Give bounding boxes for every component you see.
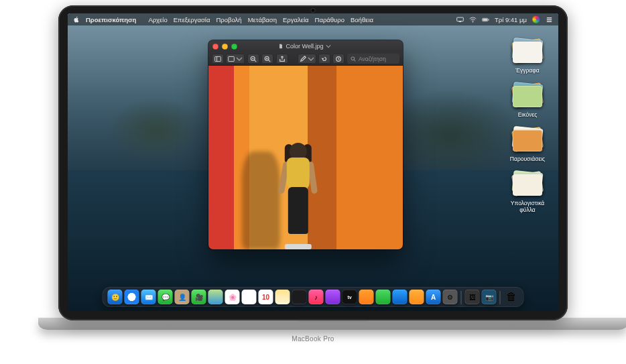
menu-Αρχείο[interactable]: Αρχείο [148, 16, 167, 23]
view-mode-button[interactable] [226, 54, 245, 64]
dock-separator [500, 291, 501, 304]
menu-Εργαλεία[interactable]: Εργαλεία [283, 16, 309, 23]
share-button[interactable] [276, 54, 288, 64]
stack-label: Εικόνες [503, 111, 552, 118]
dock-appstore[interactable]: A [426, 290, 441, 304]
image-content[interactable] [208, 66, 403, 249]
chevron-down-icon [326, 44, 331, 49]
dock-tv[interactable]: tv [342, 290, 357, 304]
dock-podcasts[interactable] [326, 290, 340, 304]
dock-separator [461, 291, 462, 304]
svg-point-10 [351, 57, 355, 60]
dock-facetime[interactable]: 🎥 [192, 290, 206, 304]
menu-bar: Προεπισκόπηση ΑρχείοΕπεξεργασίαΠροβολήΜε… [68, 13, 558, 25]
battery-icon[interactable] [482, 16, 489, 23]
stack-pile-icon [511, 127, 544, 153]
dock-contacts[interactable]: 👤 [175, 290, 190, 304]
search-placeholder: Αναζήτηση [359, 56, 386, 62]
menu-Βοήθεια[interactable]: Βοήθεια [351, 16, 373, 23]
zoom-out-button[interactable] [247, 54, 259, 64]
svg-point-1 [473, 21, 473, 22]
dock-stocks[interactable] [292, 290, 307, 304]
dock-trash[interactable]: 🗑 [504, 290, 519, 304]
stack-docs[interactable]: Έγγραφα [503, 39, 552, 74]
dock-calendar[interactable]: 10 [259, 290, 273, 304]
desktop-stacks: ΈγγραφαΕικόνεςΠαρουσιάσειςΥπολογιστικά φ… [501, 39, 554, 213]
zoom-button[interactable] [231, 44, 237, 50]
menu-Μετάβαση[interactable]: Μετάβαση [248, 16, 277, 23]
rotate-button[interactable] [318, 54, 330, 64]
markup-toolbar-button[interactable] [332, 54, 345, 64]
dock-messages[interactable]: 💬 [158, 290, 173, 304]
dock-music[interactable]: ♪ [309, 290, 324, 304]
stack-label: Έγγραφα [503, 67, 552, 74]
markup-button[interactable] [298, 54, 316, 64]
titlebar[interactable]: Color Well.jpg [208, 40, 403, 52]
search-field[interactable]: Αναζήτηση [347, 54, 399, 64]
screen-bezel: Προεπισκόπηση ΑρχείοΕπεξεργασίαΠροβολήΜε… [58, 5, 568, 320]
toolbar: Αναζήτηση [208, 52, 403, 66]
preview-window[interactable]: Color Well.jpg [208, 40, 403, 249]
dock-screenshot[interactable]: 📷 [482, 290, 497, 304]
stack-label: Υπολογιστικά φύλλα [503, 200, 552, 213]
stack-pres[interactable]: Παρουσιάσεις [503, 127, 552, 162]
menu-Παράθυρο[interactable]: Παράθυρο [315, 16, 345, 23]
traffic-lights [212, 44, 237, 50]
dock-maps[interactable] [208, 290, 223, 304]
laptop-frame: Προεπισκόπηση ΑρχείοΕπεξεργασίαΠροβολήΜε… [38, 5, 588, 354]
device-brand: MacBook Pro [38, 335, 588, 343]
dock: 🙂✉️💬👤🎥🌸10♪tvA⚙︎🖼📷🗑 [103, 287, 524, 307]
svg-rect-4 [488, 19, 489, 20]
siri-icon[interactable] [532, 15, 540, 23]
app-name-menu[interactable]: Προεπισκόπηση [86, 16, 136, 23]
document-icon [278, 44, 284, 49]
menu-Επεξεργασία[interactable]: Επεξεργασία [174, 16, 210, 23]
wifi-icon[interactable] [469, 16, 477, 23]
apple-icon [73, 16, 80, 23]
menu-Προβολή[interactable]: Προβολή [216, 16, 241, 23]
dock-pages[interactable] [410, 290, 424, 304]
sidebar-toggle-button[interactable] [212, 54, 224, 64]
stack-img[interactable]: Εικόνες [503, 83, 552, 118]
window-filename: Color Well.jpg [286, 43, 324, 50]
dock-books[interactable] [359, 290, 374, 304]
stack-sheet[interactable]: Υπολογιστικά φύλλα [503, 172, 552, 213]
dock-preview-recent[interactable]: 🖼 [465, 290, 480, 304]
chevron-down-icon [308, 56, 314, 62]
dock-notes[interactable] [275, 290, 290, 304]
desktop[interactable]: Προεπισκόπηση ΑρχείοΕπεξεργασίαΠροβολήΜε… [68, 13, 558, 311]
window-title[interactable]: Color Well.jpg [241, 43, 369, 50]
menubar-clock[interactable]: Τρί 9:41 μμ [495, 16, 527, 23]
zoom-in-button[interactable] [261, 54, 273, 64]
minimize-button[interactable] [222, 44, 228, 50]
dock-photos[interactable]: 🌸 [225, 290, 240, 304]
svg-rect-5 [215, 56, 221, 61]
stack-pile-icon [511, 39, 544, 64]
dock-safari[interactable] [125, 290, 139, 304]
stack-pile-icon [511, 83, 544, 109]
camera-dot [312, 9, 315, 12]
svg-rect-0 [457, 17, 464, 21]
search-icon [351, 56, 356, 62]
notification-center-icon[interactable] [546, 16, 553, 23]
stack-label: Παρουσιάσεις [503, 156, 552, 162]
dock-finder[interactable]: 🙂 [108, 290, 123, 304]
airplay-icon[interactable] [456, 16, 464, 23]
dock-reminders[interactable] [242, 290, 257, 304]
svg-rect-6 [229, 56, 235, 61]
apple-menu[interactable] [73, 16, 80, 23]
svg-rect-3 [483, 19, 487, 21]
dock-numbers[interactable] [376, 290, 391, 304]
menu-extras: Τρί 9:41 μμ [456, 15, 553, 23]
chevron-down-icon [236, 56, 243, 62]
dock-keynote[interactable] [393, 290, 408, 304]
stack-pile-icon [511, 172, 544, 197]
image-artwork [208, 66, 403, 249]
dock-system-prefs[interactable]: ⚙︎ [443, 290, 458, 304]
dock-mail[interactable]: ✉️ [141, 290, 156, 304]
close-button[interactable] [212, 44, 218, 50]
